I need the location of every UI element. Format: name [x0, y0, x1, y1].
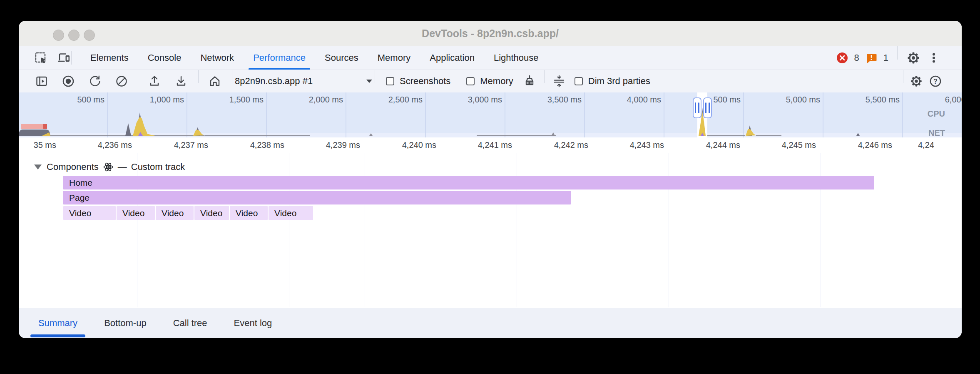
overview-time-label: 5,500 ms: [837, 95, 900, 105]
overview-time-label: 3,500 ms: [519, 95, 582, 105]
overview-time-label: 3,000 ms: [440, 95, 502, 105]
track-entry-video[interactable]: Video: [117, 206, 155, 220]
react-atom-icon: [103, 162, 114, 172]
divider: [544, 70, 545, 83]
screenshots-checkbox[interactable]: Screenshots: [386, 76, 450, 87]
svg-text:?: ?: [933, 78, 938, 85]
divider: [71, 51, 72, 65]
tab-performance[interactable]: Performance: [244, 46, 315, 70]
window-title: DevTools - 8p2n9n.csb.app/: [19, 21, 962, 46]
tab-event-log[interactable]: Event log: [225, 308, 281, 338]
network-request-bar: [21, 124, 47, 129]
divider: [198, 70, 199, 83]
track-subtitle: Custom track: [131, 162, 185, 172]
divider: [138, 70, 138, 83]
inspect-element-icon[interactable]: [34, 51, 48, 65]
dim-3rd-parties-checkbox[interactable]: Dim 3rd parties: [575, 76, 650, 87]
ruler-label: 35 ms: [19, 140, 56, 150]
tab-network[interactable]: Network: [191, 46, 244, 70]
ruler-label: 4,245 ms: [749, 140, 816, 150]
overview-time-label: 6,000 ms: [917, 95, 962, 105]
range-handle-left[interactable]: [693, 97, 701, 118]
tab-application[interactable]: Application: [420, 46, 484, 70]
error-count: 8: [854, 52, 859, 63]
checkbox-box[interactable]: [386, 77, 394, 85]
titlebar: DevTools - 8p2n9n.csb.app/: [19, 21, 962, 46]
target-select[interactable]: 8p2n9n.csb.app #1: [235, 76, 372, 87]
overview-time-label: 2,000 ms: [281, 95, 343, 105]
checkbox-box[interactable]: [575, 77, 583, 85]
toggle-sidebar-icon[interactable]: [35, 74, 49, 88]
device-toolbar-icon[interactable]: [57, 51, 71, 65]
svg-text:!: !: [870, 54, 873, 62]
flame-chart-area[interactable]: Components — Custom track Home Page Vide…: [19, 153, 962, 307]
custom-track-header[interactable]: Components — Custom track: [34, 162, 185, 172]
active-tab-underline: [30, 334, 85, 337]
overview-time-label: 5,000 ms: [758, 95, 820, 105]
console-errors-icon[interactable]: [836, 51, 848, 65]
ruler-label: 4,238 ms: [218, 140, 284, 150]
cpu-lane-label: CPU: [912, 109, 945, 119]
overview-time-label: 4,000 ms: [599, 95, 661, 105]
collapse-tracks-icon[interactable]: [552, 74, 566, 88]
divider: [232, 70, 232, 83]
console-warnings-icon[interactable]: !: [866, 51, 877, 65]
track-entry-home[interactable]: Home: [63, 176, 874, 189]
save-profile-icon[interactable]: [174, 74, 188, 88]
devtools-window: DevTools - 8p2n9n.csb.app/ Element: [19, 21, 962, 338]
track-entry-video[interactable]: Video: [63, 206, 116, 220]
tab-sources[interactable]: Sources: [315, 46, 368, 70]
range-handle-right[interactable]: [703, 97, 712, 118]
capture-settings-gear-icon[interactable]: [909, 74, 923, 88]
record-icon[interactable]: [61, 74, 75, 88]
timeline-ruler[interactable]: 35 ms 4,236 ms 4,237 ms 4,238 ms 4,239 m…: [19, 137, 962, 153]
track-entry-video[interactable]: Video: [269, 206, 313, 220]
track-entry-video[interactable]: Video: [194, 206, 229, 220]
divider: [903, 70, 903, 83]
ruler-label: 4,239 ms: [294, 140, 360, 150]
ruler-label: 4,243 ms: [597, 140, 664, 150]
devtools-tab-bar: Elements Console Network Performance Sou…: [19, 46, 962, 70]
tab-summary[interactable]: Summary: [30, 308, 86, 338]
collapse-triangle-icon[interactable]: [34, 165, 42, 170]
tab-call-tree[interactable]: Call tree: [164, 308, 216, 338]
gc-brush-icon[interactable]: [522, 74, 537, 88]
record-and-reload-icon[interactable]: [88, 74, 102, 88]
ruler-label: 4,236 ms: [65, 140, 132, 150]
tab-console[interactable]: Console: [138, 46, 191, 70]
timeline-overview[interactable]: 500 ms 1,000 ms 1,500 ms 2,000 ms 2,500 …: [19, 92, 962, 137]
ruler-label: 4,241 ms: [445, 140, 512, 150]
overview-time-label: 1,000 ms: [122, 95, 184, 105]
tab-lighthouse[interactable]: Lighthouse: [484, 46, 548, 70]
details-tab-bar: Summary Bottom-up Call tree Event log: [19, 308, 962, 338]
tab-elements[interactable]: Elements: [81, 46, 138, 70]
net-lane-label: NET: [912, 128, 945, 138]
active-tab-underline: [249, 68, 310, 70]
overview-time-label: 500 ms: [42, 95, 104, 105]
divider: [897, 46, 898, 60]
tab-memory[interactable]: Memory: [368, 46, 420, 70]
home-icon[interactable]: [208, 74, 222, 88]
ruler-label: 4,246 ms: [826, 140, 892, 150]
ruler-label: 4,242 ms: [522, 140, 588, 150]
panel-tabs: Elements Console Network Performance Sou…: [81, 46, 548, 70]
track-entry-page[interactable]: Page: [63, 191, 571, 204]
settings-gear-icon[interactable]: [906, 51, 920, 65]
track-dash: —: [118, 162, 127, 172]
more-options-kebab-icon[interactable]: [927, 51, 941, 65]
track-entry-video[interactable]: Video: [230, 206, 268, 220]
memory-checkbox[interactable]: Memory: [466, 76, 513, 87]
track-entry-video[interactable]: Video: [156, 206, 194, 220]
clear-icon[interactable]: [114, 74, 129, 88]
ruler-label: 4,237 ms: [142, 140, 208, 150]
overview-time-label: 1,500 ms: [201, 95, 264, 105]
ruler-label: 4,240 ms: [370, 140, 436, 150]
load-profile-icon[interactable]: [147, 74, 162, 88]
help-icon[interactable]: ?: [928, 74, 943, 88]
chevron-down-icon: [366, 80, 372, 83]
ruler-label: 4,24: [918, 140, 962, 150]
checkbox-box[interactable]: [466, 77, 475, 85]
track-name: Components: [47, 162, 99, 172]
ruler-label: 4,244 ms: [674, 140, 740, 150]
tab-bottom-up[interactable]: Bottom-up: [95, 308, 155, 338]
